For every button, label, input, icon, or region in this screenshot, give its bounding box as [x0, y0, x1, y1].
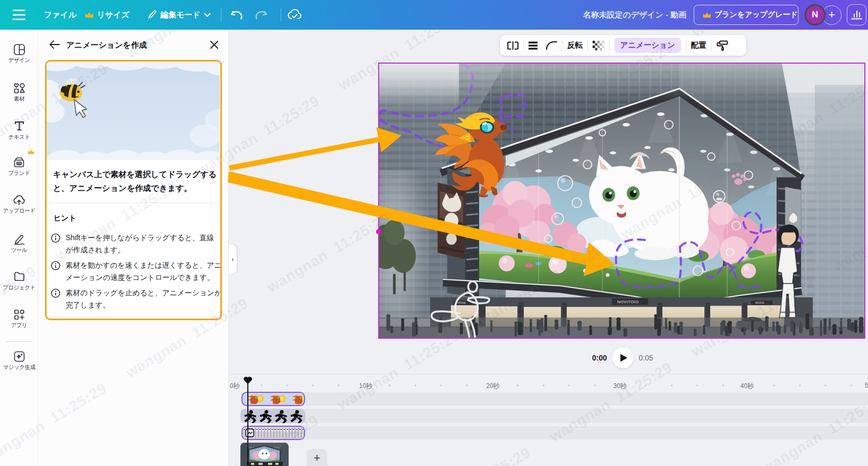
- svg-text:co: co: [17, 162, 21, 165]
